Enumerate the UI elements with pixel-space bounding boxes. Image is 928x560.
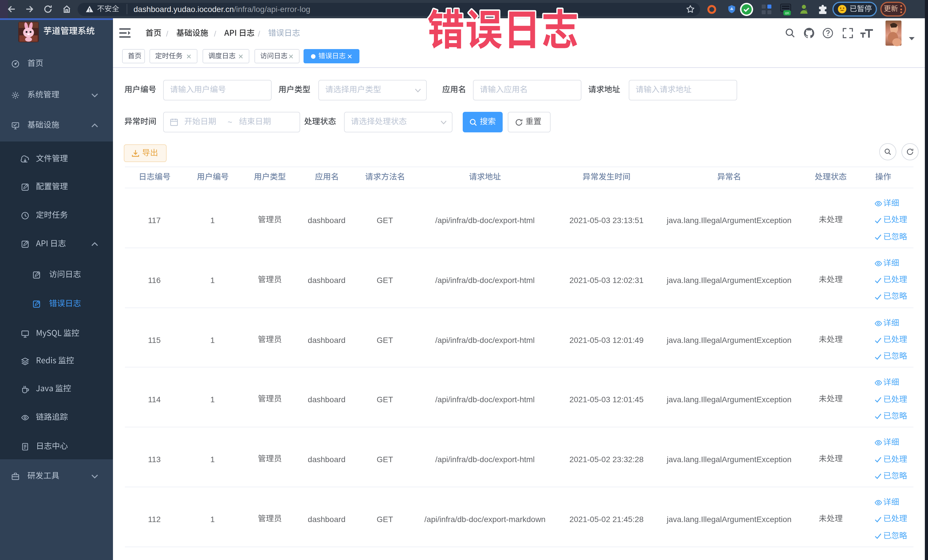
svg-text:on: on — [785, 11, 789, 15]
